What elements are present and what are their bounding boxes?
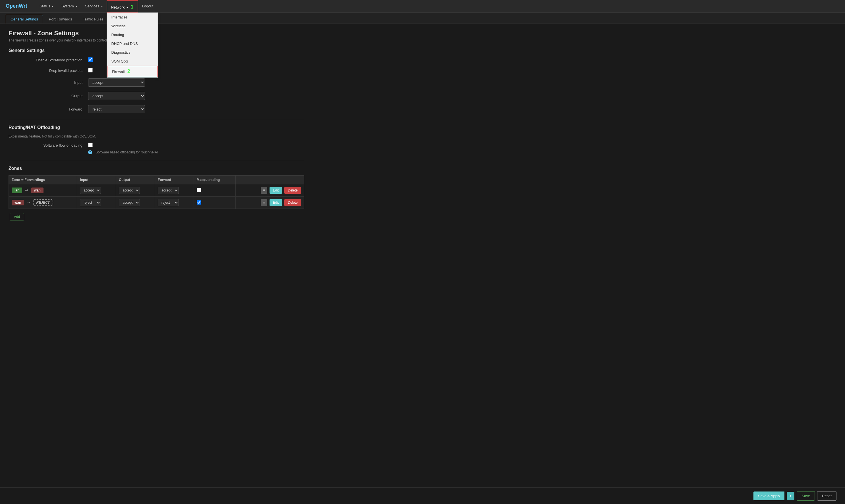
- tab-port-forwards[interactable]: Port Forwards: [44, 15, 77, 23]
- help-icon: ?: [88, 150, 92, 154]
- dropdown-interfaces[interactable]: Interfaces: [107, 13, 157, 22]
- help-row: ? Software based offloading for routing/…: [8, 150, 304, 154]
- software-flow-row: Software flow offloading: [8, 143, 304, 148]
- software-flow-control: [88, 143, 93, 148]
- wan-masquerade-cell: [194, 197, 236, 209]
- wan-masquerade-checkbox[interactable]: [197, 200, 201, 204]
- dropdown-sqm-qos[interactable]: SQM QoS: [107, 57, 157, 66]
- drop-invalid-label: Drop invalid packets: [25, 69, 88, 73]
- forward-row: Forward accept reject drop: [8, 105, 304, 113]
- dropdown-firewall[interactable]: Firewall 2: [107, 66, 157, 77]
- forward-label: Forward: [25, 107, 88, 111]
- network-dropdown: Interfaces Wireless Routing DHCP and DNS…: [107, 13, 158, 77]
- arrow-icon2: ⇒: [27, 200, 30, 204]
- lan-input-select[interactable]: accept reject drop: [80, 187, 101, 194]
- nav-services[interactable]: Services ▾: [81, 0, 106, 13]
- save-apply-button[interactable]: Save & Apply: [754, 491, 784, 500]
- lan-delete-button[interactable]: Delete: [284, 187, 301, 194]
- wan-output-select[interactable]: accept reject drop: [119, 199, 140, 206]
- wan-actions: ≡ Edit Delete: [239, 199, 301, 206]
- save-apply-dropdown-button[interactable]: ▾: [787, 492, 794, 500]
- dropdown-dhcp-dns[interactable]: DHCP and DNS: [107, 39, 157, 48]
- wan-input-select[interactable]: accept reject drop: [80, 199, 101, 206]
- lan-forward-cell: accept reject drop: [155, 184, 194, 197]
- lan-masquerade-checkbox[interactable]: [197, 188, 201, 192]
- zones-table: Zone ⇒ Forwardings Input Output Forward …: [8, 175, 304, 209]
- zones-title: Zones: [8, 166, 304, 171]
- routing-nat-subtitle: Experimental feature. Not fully compatib…: [8, 134, 304, 138]
- add-zone-button[interactable]: Add: [10, 213, 24, 220]
- help-text: Software based offloading for routing/NA…: [96, 150, 159, 154]
- lan-forward-select[interactable]: accept reject drop: [158, 187, 179, 194]
- nav-status[interactable]: Status ▾: [36, 0, 57, 13]
- drop-invalid-checkbox[interactable]: [88, 68, 93, 72]
- divider-2: [8, 160, 304, 160]
- reset-button[interactable]: Reset: [817, 491, 837, 501]
- wan-input-cell: accept reject drop: [77, 197, 116, 209]
- col-masquerading: Masquerading: [194, 176, 236, 184]
- input-select[interactable]: accept reject drop: [88, 78, 145, 87]
- annotation-2: 2: [127, 69, 130, 74]
- lan-actions-cell: ≡ Edit Delete: [236, 184, 304, 197]
- dropdown-routing[interactable]: Routing: [107, 31, 157, 39]
- col-output: Output: [116, 176, 155, 184]
- software-flow-label: Software flow offloading: [25, 143, 88, 147]
- input-row: Input accept reject drop: [8, 78, 304, 87]
- table-row: lan ⇒ wan accept reject drop accept reje…: [9, 184, 304, 197]
- syn-flood-label: Enable SYN-flood protection: [25, 58, 88, 62]
- nav-system[interactable]: System ▾: [57, 0, 81, 13]
- navbar: OpenWrt Status ▾ System ▾ Services ▾ Net…: [0, 0, 845, 13]
- output-row: Output accept reject drop: [8, 92, 304, 100]
- save-button[interactable]: Save: [797, 491, 815, 501]
- lan-actions: ≡ Edit Delete: [239, 187, 301, 194]
- status-arrow-icon: ▾: [52, 5, 53, 8]
- zone-badge-wan2: wan: [12, 200, 24, 205]
- wan-forward-select[interactable]: accept reject drop: [158, 199, 179, 206]
- output-control: accept reject drop: [88, 92, 145, 100]
- services-arrow-icon: ▾: [101, 5, 103, 8]
- syn-flood-checkbox[interactable]: [88, 57, 93, 62]
- dropdown-wireless[interactable]: Wireless: [107, 22, 157, 31]
- input-control: accept reject drop: [88, 78, 145, 87]
- wan-actions-cell: ≡ Edit Delete: [236, 197, 304, 209]
- forward-select[interactable]: accept reject drop: [88, 105, 145, 113]
- zone-badge-lan: lan: [12, 187, 22, 193]
- lan-output-cell: accept reject drop: [116, 184, 155, 197]
- lan-output-select[interactable]: accept reject drop: [119, 187, 140, 194]
- col-zone-forwardings: Zone ⇒ Forwardings: [9, 176, 77, 184]
- col-actions: [236, 176, 304, 184]
- wan-list-button[interactable]: ≡: [261, 199, 267, 206]
- output-label: Output: [25, 94, 88, 98]
- output-select[interactable]: accept reject drop: [88, 92, 145, 100]
- wan-output-cell: accept reject drop: [116, 197, 155, 209]
- col-input: Input: [77, 176, 116, 184]
- routing-nat-title: Routing/NAT Offloading: [8, 125, 304, 130]
- syn-flood-control: [88, 57, 93, 63]
- lan-input-cell: accept reject drop: [77, 184, 116, 197]
- wan-edit-button[interactable]: Edit: [270, 199, 282, 206]
- network-arrow-icon: ▾: [126, 6, 128, 9]
- software-flow-checkbox[interactable]: [88, 143, 93, 147]
- tab-traffic-rules[interactable]: Traffic Rules: [78, 15, 108, 23]
- system-arrow-icon: ▾: [76, 5, 77, 8]
- wan-delete-button[interactable]: Delete: [284, 199, 301, 206]
- annotation-1: 1: [131, 1, 134, 13]
- lan-list-button[interactable]: ≡: [261, 187, 267, 194]
- lan-edit-button[interactable]: Edit: [270, 187, 282, 194]
- brand-text: OpenWrt: [6, 3, 27, 9]
- bottom-bar: Save & Apply ▾ Save Reset: [0, 487, 845, 504]
- zone-badge-wan: wan: [31, 187, 44, 193]
- brand-logo[interactable]: OpenWrt: [6, 3, 27, 9]
- arrow-icon: ⇒: [25, 188, 29, 192]
- input-label: Input: [25, 80, 88, 85]
- wan-forward-cell: accept reject drop: [155, 197, 194, 209]
- nav-network[interactable]: Network ▾ 1: [107, 0, 138, 13]
- drop-invalid-control: [88, 68, 93, 73]
- tab-general-settings[interactable]: General Settings: [6, 15, 43, 23]
- zone-forwardings-wan: wan ⇒ REJECT: [9, 197, 77, 209]
- col-forward: Forward: [155, 176, 194, 184]
- nav-logout[interactable]: Logout: [138, 0, 157, 13]
- zone-forwardings-lan: lan ⇒ wan: [9, 184, 77, 197]
- dropdown-diagnostics[interactable]: Diagnostics: [107, 48, 157, 57]
- zone-badge-reject: REJECT: [33, 199, 53, 206]
